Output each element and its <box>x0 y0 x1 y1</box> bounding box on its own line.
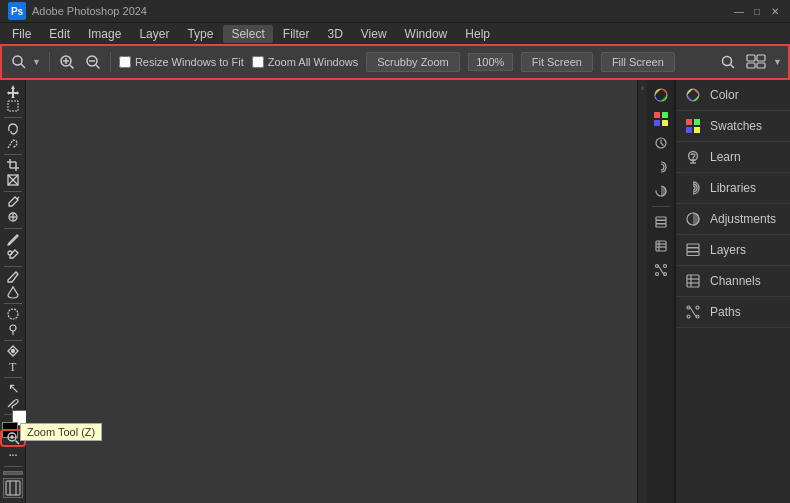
svg-line-3 <box>70 65 74 69</box>
zoom-all-windows-checkbox[interactable] <box>252 56 264 68</box>
svg-rect-50 <box>656 241 666 251</box>
menu-help[interactable]: Help <box>457 25 498 43</box>
more-tools-button[interactable]: ··· <box>2 446 24 462</box>
panel-item-paths[interactable]: Paths <box>676 297 790 328</box>
pen-tool[interactable] <box>2 344 24 358</box>
swatches-panel-label: Swatches <box>710 119 762 133</box>
svg-rect-70 <box>687 244 699 248</box>
healing-tool[interactable] <box>2 210 24 224</box>
channels-icon-strip[interactable] <box>650 235 672 257</box>
menu-image[interactable]: Image <box>80 25 129 43</box>
panel-collapse-handle[interactable]: « <box>637 80 647 503</box>
paths-panel-icon <box>684 303 702 321</box>
learn-icon-strip[interactable] <box>650 132 672 154</box>
svg-rect-49 <box>656 217 666 220</box>
fill-screen-button[interactable]: Fill Screen <box>601 52 675 72</box>
svg-rect-13 <box>747 63 755 68</box>
workspace-button[interactable] <box>745 51 767 73</box>
type-tool[interactable]: T <box>2 359 24 373</box>
paths-icon-strip[interactable] <box>650 259 672 281</box>
dodge-tool[interactable] <box>2 322 24 336</box>
svg-rect-16 <box>8 101 18 111</box>
brush-tool[interactable] <box>2 233 24 247</box>
title-bar-left: Ps Adobe Photoshop 2024 <box>8 2 147 20</box>
learn-panel-label: Learn <box>710 150 741 164</box>
menu-type[interactable]: Type <box>179 25 221 43</box>
title-bar-controls[interactable]: — □ ✕ <box>732 4 782 18</box>
adjustments-panel-icon <box>684 210 702 228</box>
panel-item-adjustments[interactable]: Adjustments <box>676 204 790 235</box>
eyedropper-tool[interactable] <box>2 195 24 209</box>
fit-screen-button[interactable]: Fit Screen <box>521 52 593 72</box>
left-toolbar: T ↖ <box>0 80 26 503</box>
svg-rect-69 <box>687 248 699 252</box>
channels-panel-icon <box>684 272 702 290</box>
zoom-out-button[interactable] <box>84 53 102 71</box>
layers-panel-label: Layers <box>710 243 746 257</box>
adjustments-panel-label: Adjustments <box>710 212 776 226</box>
blur-tool[interactable] <box>2 307 24 321</box>
smudge-tool[interactable] <box>2 396 24 410</box>
resize-windows-checkbox[interactable] <box>119 56 131 68</box>
svg-line-34 <box>15 440 19 444</box>
zoom-tool[interactable] <box>2 431 24 445</box>
panel-item-layers[interactable]: Layers <box>676 235 790 266</box>
menu-layer[interactable]: Layer <box>131 25 177 43</box>
menu-window[interactable]: Window <box>397 25 456 43</box>
minimize-button[interactable]: — <box>732 4 746 18</box>
menu-edit[interactable]: Edit <box>41 25 78 43</box>
zoom-dropdown-arrow[interactable]: ▼ <box>32 57 41 67</box>
lasso-tool[interactable] <box>2 121 24 135</box>
color-boxes[interactable] <box>2 422 28 425</box>
eraser-tool[interactable] <box>2 270 24 284</box>
zoom-tool-icon[interactable] <box>8 51 30 73</box>
clone-stamp-tool[interactable] <box>2 248 24 262</box>
menu-view[interactable]: View <box>353 25 395 43</box>
swatches-icon-strip[interactable] <box>650 108 672 130</box>
move-tool[interactable] <box>2 84 24 98</box>
path-selection-tool[interactable]: ↖ <box>2 381 24 395</box>
svg-rect-12 <box>757 55 765 61</box>
mask-icon[interactable] <box>3 471 23 475</box>
panel-item-color[interactable]: Color <box>676 80 790 111</box>
svg-point-27 <box>8 309 18 319</box>
color-icon-strip[interactable] <box>650 84 672 106</box>
color-panel-label: Color <box>710 88 739 102</box>
close-button[interactable]: ✕ <box>768 4 782 18</box>
ps-logo: Ps <box>8 2 26 20</box>
resize-windows-group[interactable]: Resize Windows to Fit <box>119 56 244 68</box>
layers-icon-strip[interactable] <box>650 211 672 233</box>
svg-rect-14 <box>757 63 765 68</box>
quick-select-tool[interactable] <box>2 136 24 150</box>
zoom-in-button[interactable] <box>58 53 76 71</box>
menu-3d[interactable]: 3D <box>319 25 350 43</box>
libraries-icon-strip[interactable] <box>650 156 672 178</box>
svg-rect-11 <box>747 55 755 61</box>
panel-item-learn[interactable]: Learn <box>676 142 790 173</box>
learn-panel-icon <box>684 148 702 166</box>
panel-item-libraries[interactable]: Libraries <box>676 173 790 204</box>
marquee-tool[interactable] <box>2 99 24 113</box>
svg-rect-41 <box>654 112 660 118</box>
panel-item-swatches[interactable]: Swatches <box>676 111 790 142</box>
scrubby-zoom-button[interactable]: Scrubby Zoom <box>366 52 460 72</box>
paint-bucket-tool[interactable] <box>2 285 24 299</box>
frame-tool[interactable] <box>2 173 24 187</box>
channels-panel-label: Channels <box>710 274 761 288</box>
workspace-dropdown-arrow[interactable]: ▼ <box>773 57 782 67</box>
menu-filter[interactable]: Filter <box>275 25 318 43</box>
menu-select[interactable]: Select <box>223 25 272 43</box>
crop-tool[interactable] <box>2 158 24 172</box>
menu-file[interactable]: File <box>4 25 39 43</box>
zoom-all-windows-group[interactable]: Zoom All Windows <box>252 56 358 68</box>
svg-rect-44 <box>662 120 668 126</box>
maximize-button[interactable]: □ <box>750 4 764 18</box>
adjustments-icon-strip[interactable] <box>650 180 672 202</box>
artboard-icon[interactable] <box>3 478 23 498</box>
divider-1 <box>49 52 50 72</box>
libraries-panel-icon <box>684 179 702 197</box>
panel-item-channels[interactable]: Channels <box>676 266 790 297</box>
search-button[interactable] <box>717 51 739 73</box>
canvas-area[interactable] <box>26 80 637 503</box>
divider-2 <box>110 52 111 72</box>
